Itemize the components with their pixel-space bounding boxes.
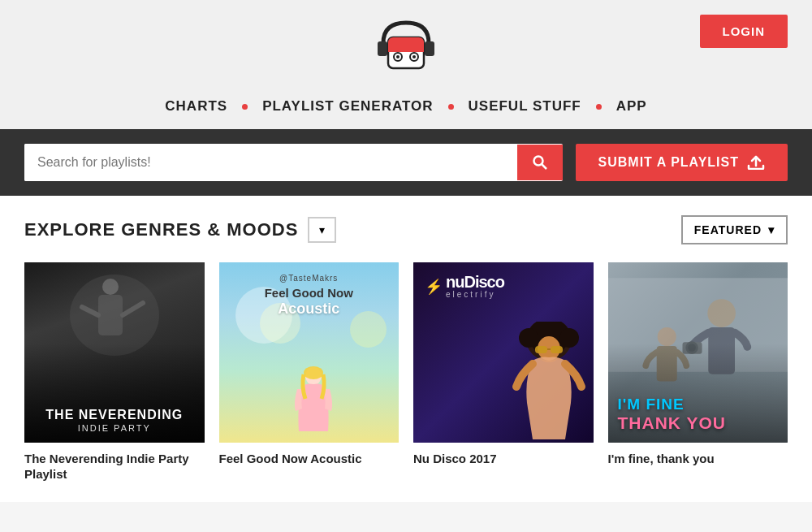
- thumb-text: THE NEVERENDING INDIE PARTY: [24, 407, 205, 432]
- explore-title: EXPLORE GENRES & MOODS: [24, 219, 298, 240]
- explore-row: EXPLORE GENRES & MOODS ▾ FEATURED ▾: [24, 215, 788, 244]
- search-input[interactable]: [24, 144, 517, 181]
- search-icon: [532, 154, 548, 171]
- main-content: EXPLORE GENRES & MOODS ▾ FEATURED ▾: [0, 196, 812, 502]
- logo-area: [374, 15, 438, 76]
- feelgood-text1: Feel Good Now: [265, 286, 353, 301]
- nav-dot-2: [448, 104, 454, 110]
- bolt-icon: ⚡: [425, 278, 443, 296]
- playlist-title-nudisco: Nu Disco 2017: [413, 451, 594, 467]
- explore-left: EXPLORE GENRES & MOODS ▾: [24, 217, 336, 243]
- submit-label: SUBMIT A PLAYLIST: [598, 155, 739, 170]
- featured-arrow-icon: ▾: [768, 223, 775, 236]
- upload-icon: [747, 155, 765, 170]
- chevron-down-icon: ▾: [319, 223, 325, 236]
- nudisco-text-area: ⚡ nuDisco electrify: [425, 274, 504, 299]
- nav-dot-3: [596, 104, 602, 110]
- login-button[interactable]: LOGIN: [700, 15, 788, 48]
- site-logo[interactable]: [374, 15, 438, 76]
- nudisco-nu: nuDisco: [446, 274, 504, 290]
- featured-label: FEATURED: [694, 223, 762, 236]
- nav-dot-1: [242, 104, 248, 110]
- playlist-thumb-feelgood: @TasteMakrs Feel Good Now Acoustic: [219, 262, 400, 443]
- playlist-grid: THE NEVERENDING INDIE PARTY The Neverend…: [24, 262, 788, 482]
- svg-rect-24: [535, 346, 547, 353]
- playlist-item-neverending[interactable]: THE NEVERENDING INDIE PARTY The Neverend…: [24, 262, 205, 482]
- feelgood-text-area: @TasteMakrs Feel Good Now Acoustic: [265, 274, 353, 318]
- nudisco-title-text: nuDisco electrify: [446, 274, 504, 299]
- explore-genre-dropdown[interactable]: ▾: [308, 217, 336, 243]
- playlist-thumb-imfine: I'M FINE THANK YOU: [608, 262, 788, 443]
- search-bar: SUBMIT A PLAYLIST: [0, 129, 812, 196]
- neverending-big: THE NEVERENDING: [24, 407, 205, 422]
- svg-point-12: [102, 279, 119, 295]
- nudisco-figure: [504, 322, 594, 443]
- svg-point-7: [396, 55, 400, 58]
- imfine-line2: THANK YOU: [618, 413, 726, 433]
- nav-item-playlist-generator[interactable]: PLAYLIST GENERATOR: [248, 98, 447, 115]
- feelgood-tag: @TasteMakrs: [265, 274, 353, 283]
- playlist-item-feelgood[interactable]: @TasteMakrs Feel Good Now Acoustic: [219, 262, 400, 482]
- playlist-title-neverending: The Neverending Indie Party Playlist: [24, 451, 205, 482]
- svg-point-8: [412, 55, 416, 58]
- header: LOGIN CHARTS PLAYLIST GENERATOR: [0, 0, 812, 129]
- svg-rect-13: [98, 295, 123, 335]
- playlist-title-imfine: I'm fine, thank you: [608, 451, 788, 467]
- svg-rect-1: [425, 41, 434, 56]
- nudisco-electrify: electrify: [446, 290, 504, 299]
- main-nav: CHARTS PLAYLIST GENERATOR USEFUL STUFF A…: [16, 87, 796, 129]
- playlist-thumb-neverending: THE NEVERENDING INDIE PARTY: [24, 262, 205, 443]
- svg-rect-4: [388, 47, 424, 52]
- playlist-title-feelgood: Feel Good Now Acoustic: [219, 451, 400, 467]
- imfine-line1: I'M FINE: [618, 396, 726, 413]
- neverending-small: INDIE PARTY: [24, 423, 205, 433]
- svg-point-28: [707, 299, 736, 327]
- svg-point-21: [519, 328, 538, 348]
- search-button[interactable]: [517, 145, 563, 180]
- svg-rect-0: [378, 41, 387, 56]
- svg-rect-25: [551, 346, 563, 353]
- submit-playlist-button[interactable]: SUBMIT A PLAYLIST: [576, 144, 788, 181]
- svg-point-9: [533, 157, 542, 166]
- search-input-wrap: [24, 144, 563, 181]
- svg-point-17: [304, 366, 323, 379]
- nav-item-app[interactable]: APP: [602, 98, 662, 115]
- feelgood-figure: [289, 366, 338, 443]
- nav-item-charts[interactable]: CHARTS: [150, 98, 242, 115]
- svg-line-10: [542, 165, 546, 170]
- playlist-item-imfine[interactable]: I'M FINE THANK YOU I'm fine, thank you: [608, 262, 788, 482]
- playlist-thumb-nudisco: ⚡ nuDisco electrify: [413, 262, 594, 443]
- nudisco-logo: ⚡ nuDisco electrify: [425, 274, 504, 299]
- nav-item-useful-stuff[interactable]: USEFUL STUFF: [454, 98, 596, 115]
- imfine-text-area: I'M FINE THANK YOU: [618, 396, 726, 433]
- playlist-item-nudisco[interactable]: ⚡ nuDisco electrify: [413, 262, 594, 482]
- svg-point-22: [559, 328, 579, 348]
- featured-dropdown[interactable]: FEATURED ▾: [681, 215, 788, 244]
- circle-3: [350, 311, 387, 348]
- feelgood-text2: Acoustic: [265, 301, 353, 318]
- thumb-neverending-text: THE NEVERENDING INDIE PARTY: [24, 407, 205, 432]
